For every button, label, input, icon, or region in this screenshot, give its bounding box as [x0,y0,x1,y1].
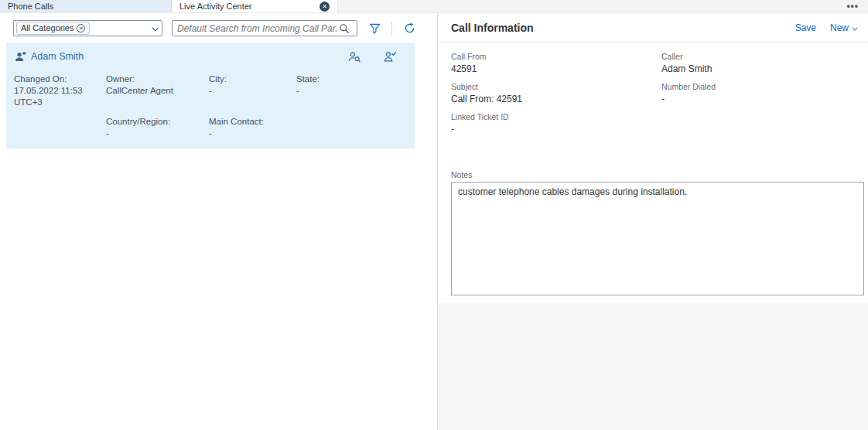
field-city: City: - [209,73,296,108]
tab-live-activity-center-label: Live Activity Center [179,2,252,11]
person-search-icon[interactable] [347,49,362,64]
header-actions: Save New [795,22,856,33]
field-value: 42591 [451,63,661,74]
field-value: - [451,124,661,135]
notes-textarea[interactable]: customer telephone cables damages during… [451,182,864,295]
token-remove-icon[interactable]: ✕ [77,24,85,32]
customer-card: Adam Smith [6,43,415,148]
field-label: Number Dialed [661,82,856,91]
field-value: - [209,85,296,97]
person-confirm-icon[interactable] [382,49,398,64]
field-value: - [661,94,856,104]
page-title: Call Information [451,22,534,34]
field-label: Country/Region: [106,116,209,128]
customer-card-fields: Changed On: 17.05.2022 11:53 UTC+3 Owner… [14,73,405,139]
tab-phone-calls-label: Phone Calls [8,2,53,11]
overflow-menu-button[interactable]: ••• [837,0,868,12]
field-country-region: Country/Region: - [106,116,209,139]
new-button[interactable]: New [830,22,856,33]
field-label: State: [296,73,405,85]
field-main-contact: Main Contact: - [209,116,296,139]
chevron-down-icon [852,25,857,30]
customer-icon [14,50,26,63]
customer-card-header: Adam Smith [14,49,405,64]
call-information-panel: Call Information Save New Call From 4259… [439,13,868,430]
tab-strip-filler [338,0,837,12]
panel-background [439,303,868,430]
field-label: Owner: [106,73,209,85]
tab-strip: Phone Calls Live Activity Center ✕ ••• [0,0,868,13]
search-box [172,20,357,36]
customer-card-actions [347,49,405,64]
field-label: Changed On: [14,73,106,85]
field-label: Linked Ticket ID [451,112,661,121]
field-label: Call From [451,52,661,61]
subject-link[interactable]: Call From: 42591 [451,94,661,104]
search-icon[interactable] [337,21,352,36]
field-label: Caller [661,52,856,61]
field-changed-on: Changed On: 17.05.2022 11:53 UTC+3 [14,73,106,108]
field-label: City: [209,73,296,85]
field-number-dialed: Number Dialed - [661,82,856,106]
search-input[interactable] [177,23,337,34]
filter-bar: All Categories ✕ [0,13,437,43]
field-value: CallCenter Agent [106,85,209,97]
call-information-form: Call From 42591 Caller Adam Smith Subjec… [439,43,868,303]
field-state: State: - [296,73,405,108]
chevron-down-icon [152,25,158,31]
category-token: All Categories ✕ [16,22,90,35]
category-token-label: All Categories [21,23,73,33]
field-subject: Subject Call From: 42591 [451,82,661,106]
field-linked-ticket-id: Linked Ticket ID - [451,112,661,136]
customer-name-link[interactable]: Adam Smith [31,51,84,62]
tab-live-activity-center[interactable]: Live Activity Center ✕ [172,0,338,12]
caller-link[interactable]: Adam Smith [661,63,856,74]
notes-block: Notes customer telephone cables damages … [451,170,856,303]
filter-bar-divider [391,22,392,36]
notes-label: Notes [451,170,856,179]
new-button-label: New [830,22,849,33]
tab-phone-calls[interactable]: Phone Calls [0,0,172,12]
filter-icon[interactable] [367,21,382,36]
field-value: 17.05.2022 11:53 UTC+3 [14,85,106,108]
category-select[interactable]: All Categories ✕ [13,20,162,36]
field-caller: Caller Adam Smith [661,52,856,76]
call-information-header: Call Information Save New [439,13,868,43]
field-owner: Owner: CallCenter Agent [106,73,209,108]
field-value: - [106,128,209,139]
field-label: Main Contact: [209,116,296,128]
save-button[interactable]: Save [795,22,816,33]
field-call-from: Call From 42591 [451,52,661,76]
close-icon[interactable]: ✕ [320,2,330,12]
field-value: - [296,85,405,97]
field-value: - [209,128,296,139]
field-label: Subject [451,82,661,91]
form-grid: Call From 42591 Caller Adam Smith Subjec… [451,52,856,136]
reset-icon[interactable] [402,21,417,36]
live-activity-left-panel: All Categories ✕ [0,13,438,430]
